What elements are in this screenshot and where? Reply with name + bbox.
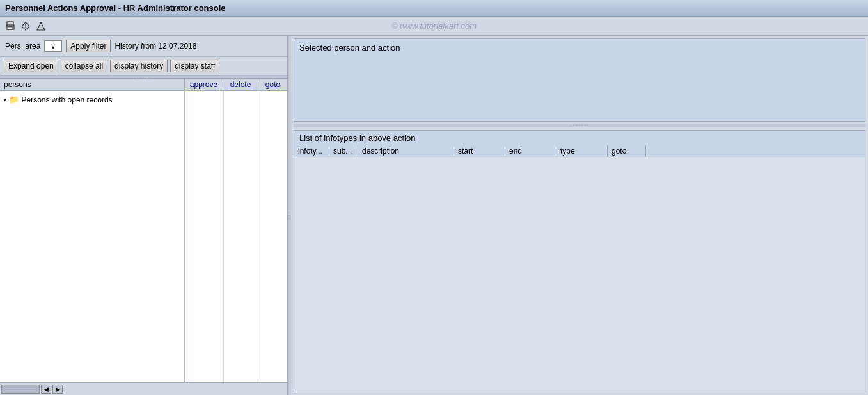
folder-icon: 📁 [9,95,19,104]
approve-column-header[interactable]: approve [185,79,223,90]
selected-person-title: Selected person and action [297,42,862,56]
expand-open-button[interactable]: Expand open [4,60,58,72]
print-icon[interactable] [4,20,17,33]
infotypes-table-body [294,157,865,392]
infotypes-title: List of infotypes in above action [294,131,865,145]
action-bar: Expand open collapse all display history… [0,57,287,76]
infotypes-table-header: infoty... sub... description start end t… [294,145,865,157]
apply-filter-button[interactable]: Apply filter [66,40,111,52]
right-panel: Selected person and action · · · · · · ·… [291,36,868,395]
svg-rect-3 [8,22,13,22]
svg-rect-0 [7,22,13,26]
infotypes-section: List of infotypes in above action infoty… [294,130,865,392]
collapse-all-button[interactable]: collapse all [61,60,107,72]
pers-area-label: Pers. area [5,42,40,51]
toolbar: © www.tutorialkart.com [0,17,868,36]
tree-item-label: Persons with open records [22,95,113,104]
th-sub: sub... [329,145,358,157]
display-staff-button[interactable]: display staff [170,60,219,72]
th-start: start [454,145,505,157]
tree-row-persons[interactable]: • 📁 Persons with open records [3,93,182,106]
svg-marker-6 [37,22,45,30]
title-bar: Personnel Actions Approval - HR Administ… [0,0,868,17]
scroll-left-button[interactable]: ◀ [41,385,51,394]
find-icon[interactable] [19,20,32,33]
scroll-right-button[interactable]: ▶ [52,385,63,394]
th-type: type [556,145,608,157]
scroll-area: ◀ ▶ [0,382,287,395]
pers-area-dropdown[interactable]: ∨ [44,40,62,52]
svg-rect-2 [8,27,13,29]
goto-column-header[interactable]: goto [258,79,287,90]
history-label: History from 12.07.2018 [114,42,196,51]
window-title: Personnel Actions Approval - HR Administ… [5,3,226,13]
th-goto: goto [608,145,646,157]
th-description: description [358,145,454,157]
watermark: © www.tutorialkart.com [391,21,477,31]
persons-column-header: persons [4,80,31,89]
dropdown-arrow: ∨ [51,42,56,51]
help-icon[interactable] [35,20,47,33]
tree-bullet: • [4,96,6,103]
filter-bar: Pers. area ∨ Apply filter History from 1… [0,36,287,57]
left-panel: Pers. area ∨ Apply filter History from 1… [0,36,288,395]
th-infoty: infoty... [294,145,329,157]
tree-area: • 📁 Persons with open records [0,91,185,382]
right-resize-handle[interactable]: · · · · · · · [294,124,865,127]
selected-person-section: Selected person and action [294,38,865,122]
main-layout: Pers. area ∨ Apply filter History from 1… [0,36,868,395]
th-end: end [505,145,556,157]
horizontal-scrollbar[interactable] [1,385,40,394]
display-history-button[interactable]: display history [110,60,168,72]
delete-column-header[interactable]: delete [223,79,258,90]
